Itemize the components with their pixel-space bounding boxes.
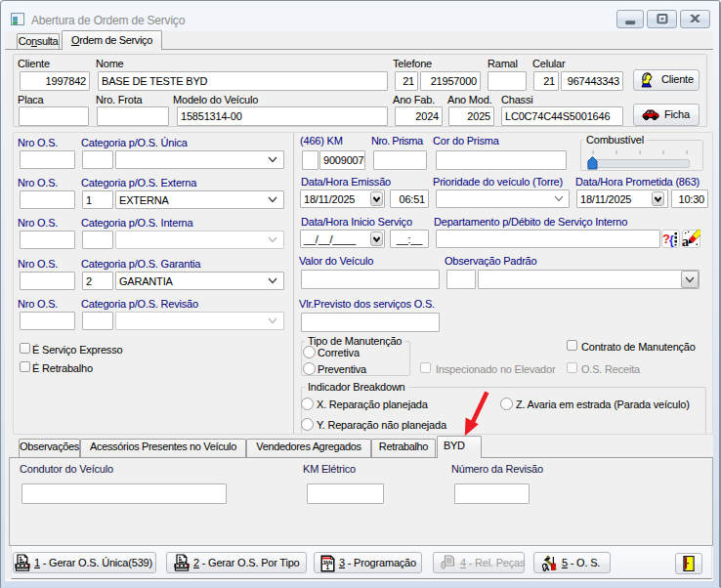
svg-text:a: a [682, 234, 689, 249]
svg-text:{: { [669, 233, 674, 247]
